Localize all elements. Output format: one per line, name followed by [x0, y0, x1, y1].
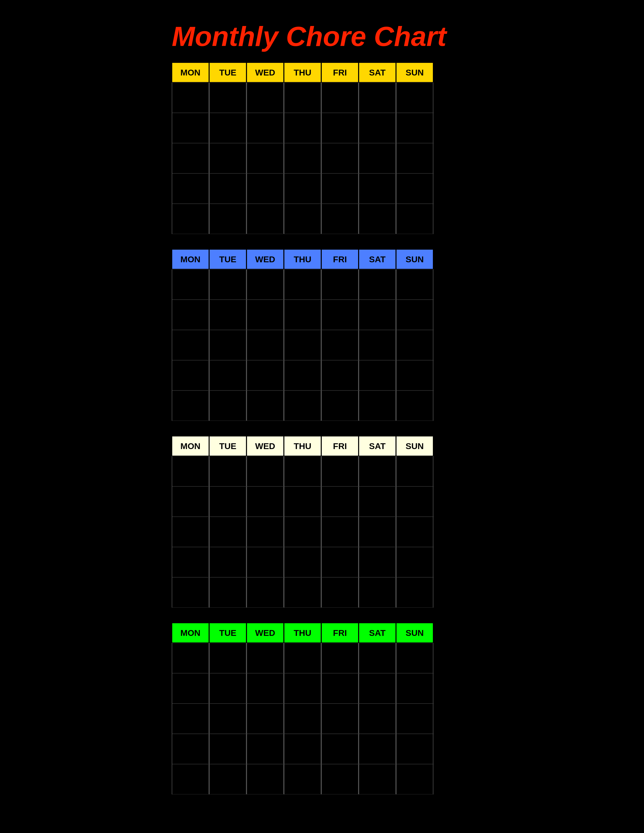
week4-cell-tue-1[interactable] [209, 643, 247, 673]
week4-cell-wed-1[interactable] [247, 643, 284, 673]
week4-cell-sat-3[interactable] [359, 703, 396, 734]
week4-cell-sun-2[interactable] [396, 673, 434, 703]
week4-cell-sat-5[interactable] [359, 764, 396, 794]
week1-cell-mon-3[interactable] [172, 143, 209, 174]
week4-cell-wed-3[interactable] [247, 703, 284, 734]
week2-cell-tue-5[interactable] [209, 391, 247, 421]
week3-cell-mon-1[interactable] [172, 456, 209, 486]
week2-cell-sun-5[interactable] [396, 391, 434, 421]
week4-cell-thu-1[interactable] [284, 643, 322, 673]
week3-cell-sat-4[interactable] [359, 547, 396, 577]
week2-cell-fri-3[interactable] [322, 330, 359, 360]
week3-cell-tue-1[interactable] [209, 456, 247, 486]
week2-cell-sat-1[interactable] [359, 269, 396, 300]
week2-cell-fri-5[interactable] [322, 391, 359, 421]
week1-cell-thu-3[interactable] [284, 143, 322, 174]
week4-cell-fri-4[interactable] [322, 734, 359, 764]
week3-cell-thu-3[interactable] [284, 517, 322, 547]
week2-cell-thu-1[interactable] [284, 269, 322, 300]
week4-cell-mon-1[interactable] [172, 643, 209, 673]
week2-cell-wed-4[interactable] [247, 360, 284, 391]
week3-cell-sun-3[interactable] [396, 517, 434, 547]
week2-cell-thu-5[interactable] [284, 391, 322, 421]
week2-cell-wed-5[interactable] [247, 391, 284, 421]
week1-cell-wed-4[interactable] [247, 174, 284, 204]
week1-cell-sun-3[interactable] [396, 143, 434, 174]
week1-cell-thu-2[interactable] [284, 113, 322, 143]
week2-cell-mon-3[interactable] [172, 330, 209, 360]
week4-cell-wed-5[interactable] [247, 764, 284, 794]
week2-cell-wed-2[interactable] [247, 300, 284, 330]
week4-cell-tue-4[interactable] [209, 734, 247, 764]
week1-cell-fri-5[interactable] [322, 204, 359, 234]
week3-cell-fri-2[interactable] [322, 486, 359, 517]
week3-cell-thu-1[interactable] [284, 456, 322, 486]
week1-cell-mon-1[interactable] [172, 82, 209, 113]
week2-cell-mon-1[interactable] [172, 269, 209, 300]
week3-cell-wed-4[interactable] [247, 547, 284, 577]
week3-cell-tue-5[interactable] [209, 577, 247, 608]
week3-cell-fri-3[interactable] [322, 517, 359, 547]
week3-cell-sat-1[interactable] [359, 456, 396, 486]
week2-cell-wed-1[interactable] [247, 269, 284, 300]
week4-cell-fri-3[interactable] [322, 703, 359, 734]
week1-cell-thu-4[interactable] [284, 174, 322, 204]
week1-cell-fri-2[interactable] [322, 113, 359, 143]
week4-cell-sun-4[interactable] [396, 734, 434, 764]
week3-cell-sat-3[interactable] [359, 517, 396, 547]
week2-cell-sat-3[interactable] [359, 330, 396, 360]
week1-cell-tue-1[interactable] [209, 82, 247, 113]
week3-cell-wed-5[interactable] [247, 577, 284, 608]
week2-cell-sun-1[interactable] [396, 269, 434, 300]
week1-cell-thu-5[interactable] [284, 204, 322, 234]
week3-cell-fri-4[interactable] [322, 547, 359, 577]
week1-cell-fri-3[interactable] [322, 143, 359, 174]
week4-cell-tue-5[interactable] [209, 764, 247, 794]
week2-cell-sun-4[interactable] [396, 360, 434, 391]
week4-cell-tue-2[interactable] [209, 673, 247, 703]
week3-cell-sat-5[interactable] [359, 577, 396, 608]
week1-cell-wed-2[interactable] [247, 113, 284, 143]
week4-cell-mon-5[interactable] [172, 764, 209, 794]
week4-cell-sun-1[interactable] [396, 643, 434, 673]
week4-cell-sat-1[interactable] [359, 643, 396, 673]
week3-cell-mon-3[interactable] [172, 517, 209, 547]
week3-cell-tue-4[interactable] [209, 547, 247, 577]
week1-cell-wed-1[interactable] [247, 82, 284, 113]
week3-cell-tue-2[interactable] [209, 486, 247, 517]
week4-cell-wed-4[interactable] [247, 734, 284, 764]
week1-cell-wed-3[interactable] [247, 143, 284, 174]
week4-cell-sat-2[interactable] [359, 673, 396, 703]
week1-cell-mon-5[interactable] [172, 204, 209, 234]
week4-cell-wed-2[interactable] [247, 673, 284, 703]
week3-cell-thu-5[interactable] [284, 577, 322, 608]
week4-cell-thu-4[interactable] [284, 734, 322, 764]
week2-cell-tue-1[interactable] [209, 269, 247, 300]
week1-cell-sun-4[interactable] [396, 174, 434, 204]
week1-cell-sat-3[interactable] [359, 143, 396, 174]
week1-cell-sun-2[interactable] [396, 113, 434, 143]
week1-cell-mon-4[interactable] [172, 174, 209, 204]
week1-cell-wed-5[interactable] [247, 204, 284, 234]
week3-cell-mon-2[interactable] [172, 486, 209, 517]
week3-cell-sun-1[interactable] [396, 456, 434, 486]
week2-cell-sat-5[interactable] [359, 391, 396, 421]
week4-cell-mon-3[interactable] [172, 703, 209, 734]
week3-cell-mon-4[interactable] [172, 547, 209, 577]
week2-cell-thu-3[interactable] [284, 330, 322, 360]
week1-cell-sat-2[interactable] [359, 113, 396, 143]
week3-cell-sun-2[interactable] [396, 486, 434, 517]
week1-cell-fri-1[interactable] [322, 82, 359, 113]
week1-cell-sat-4[interactable] [359, 174, 396, 204]
week3-cell-sat-2[interactable] [359, 486, 396, 517]
week2-cell-sun-3[interactable] [396, 330, 434, 360]
week1-cell-tue-2[interactable] [209, 113, 247, 143]
week2-cell-sat-4[interactable] [359, 360, 396, 391]
week2-cell-mon-2[interactable] [172, 300, 209, 330]
week1-cell-sun-1[interactable] [396, 82, 434, 113]
week1-cell-sun-5[interactable] [396, 204, 434, 234]
week4-cell-sun-3[interactable] [396, 703, 434, 734]
week2-cell-thu-4[interactable] [284, 360, 322, 391]
week1-cell-sat-5[interactable] [359, 204, 396, 234]
week3-cell-sun-4[interactable] [396, 547, 434, 577]
